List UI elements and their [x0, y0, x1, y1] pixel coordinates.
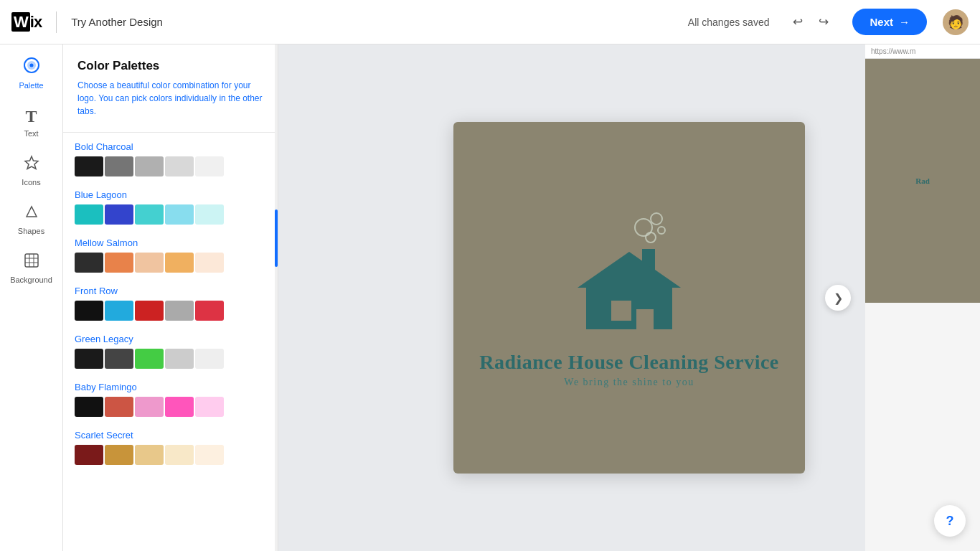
color-swatch[interactable] [195, 204, 224, 225]
color-swatch[interactable] [135, 204, 164, 225]
background-label: Background [10, 276, 52, 284]
sidebar-item-background[interactable]: Background [6, 245, 57, 291]
color-swatch[interactable] [165, 204, 194, 225]
color-swatch[interactable] [165, 156, 194, 176]
svg-point-9 [635, 219, 652, 236]
color-swatch[interactable] [75, 349, 103, 369]
color-swatch[interactable] [195, 445, 224, 465]
color-swatch[interactable] [105, 253, 133, 273]
svg-rect-16 [611, 301, 631, 321]
palette-item[interactable]: Baby Flamingo [75, 382, 266, 417]
color-swatch[interactable] [105, 156, 133, 176]
wix-logo: Wix [11, 13, 42, 32]
logo-text-block: Radiance House Cleaning Service We bring… [479, 351, 779, 388]
palette-swatches [75, 253, 266, 273]
color-swatch[interactable] [135, 397, 164, 417]
color-swatch[interactable] [135, 349, 164, 369]
color-swatch[interactable] [75, 156, 103, 176]
help-icon: ? [946, 514, 954, 529]
redo-button[interactable]: ↪ [812, 11, 835, 34]
help-button[interactable]: ? [934, 505, 966, 537]
palette-item[interactable]: Front Row [75, 286, 266, 321]
color-swatch[interactable] [165, 253, 194, 273]
palette-item[interactable]: Scarlet Secret [75, 430, 266, 465]
color-swatch[interactable] [75, 445, 103, 465]
next-arrow-icon: → [899, 16, 910, 28]
palette-icon [23, 57, 40, 78]
palette-label: Palette [19, 81, 43, 90]
svg-marker-3 [25, 156, 38, 169]
palette-swatches [75, 301, 266, 321]
color-swatch[interactable] [165, 397, 194, 417]
right-url: https://www.m [871, 47, 915, 55]
color-swatch[interactable] [195, 156, 224, 176]
panel-scrollbar [275, 44, 278, 551]
color-swatch[interactable] [165, 445, 194, 465]
color-swatch[interactable] [195, 397, 224, 417]
color-swatch[interactable] [105, 349, 133, 369]
svg-point-11 [646, 232, 656, 242]
palette-swatches [75, 204, 266, 225]
palette-item[interactable]: Bold Charcoal [75, 141, 266, 176]
palette-item[interactable]: Blue Lagoon [75, 189, 266, 225]
color-swatch[interactable] [75, 397, 103, 417]
main-layout: Palette T Text Icons Shapes [0, 44, 980, 551]
sidebar-item-shapes[interactable]: Shapes [6, 197, 57, 242]
palette-item[interactable]: Green Legacy [75, 334, 266, 369]
saved-status-text: All changes saved [688, 17, 770, 28]
canvas-area: Radiance House Cleaning Service We bring… [278, 44, 980, 551]
next-design-button[interactable]: ❯ [825, 285, 851, 311]
logo-tagline: We bring the shine to you [479, 377, 779, 388]
icon-nav: Palette T Text Icons Shapes [0, 44, 63, 551]
palette-name: Bold Charcoal [75, 141, 266, 152]
svg-marker-15 [578, 252, 681, 288]
icons-label: Icons [22, 178, 40, 187]
panel-scroll-thumb [275, 209, 278, 267]
color-swatch[interactable] [75, 253, 103, 273]
sidebar-item-text[interactable]: T Text [6, 99, 57, 145]
logo-preview-card: Radiance House Cleaning Service We bring… [453, 122, 805, 474]
icons-icon [24, 155, 39, 175]
shapes-label: Shapes [18, 227, 44, 235]
color-swatch[interactable] [105, 397, 133, 417]
chevron-right-icon: ❯ [834, 291, 843, 305]
right-preview-panel: https://www.m Rad [865, 44, 980, 551]
color-swatch[interactable] [195, 301, 224, 321]
color-swatch[interactable] [135, 253, 164, 273]
color-swatch[interactable] [75, 301, 103, 321]
palette-swatches [75, 349, 266, 369]
svg-point-2 [29, 64, 33, 67]
color-swatch[interactable] [105, 204, 133, 225]
color-swatch[interactable] [135, 445, 164, 465]
svg-point-12 [658, 227, 665, 234]
undo-button[interactable]: ↩ [786, 11, 809, 34]
saved-status: All changes saved [688, 17, 770, 28]
logo-icon-area [565, 207, 694, 336]
palette-name: Blue Lagoon [75, 189, 266, 200]
svg-rect-4 [25, 254, 38, 267]
background-icon [24, 253, 39, 273]
logo-company-name: Radiance House Cleaning Service [479, 351, 779, 374]
right-browser-bar: https://www.m [865, 44, 980, 59]
shapes-icon [24, 204, 39, 224]
panel-header: Color Palettes Choose a beautiful color … [63, 44, 278, 123]
undo-redo-group: ↩ ↪ [786, 11, 835, 34]
color-swatch[interactable] [165, 301, 194, 321]
color-swatch[interactable] [105, 445, 133, 465]
color-swatch[interactable] [195, 349, 224, 369]
color-swatch[interactable] [135, 301, 164, 321]
color-swatch[interactable] [75, 204, 103, 225]
svg-rect-17 [636, 309, 654, 329]
color-swatch[interactable] [195, 253, 224, 273]
text-label: Text [24, 129, 38, 138]
next-button[interactable]: Next → [852, 9, 927, 35]
color-swatch[interactable] [165, 349, 194, 369]
user-avatar[interactable]: 🧑 [943, 9, 969, 35]
sidebar-item-icons[interactable]: Icons [6, 148, 57, 194]
color-swatch[interactable] [135, 156, 164, 176]
color-swatch[interactable] [105, 301, 133, 321]
sidebar-item-palette[interactable]: Palette [6, 50, 57, 96]
right-logo-preview: Rad [865, 59, 980, 303]
palette-list: Bold CharcoalBlue LagoonMellow SalmonFro… [63, 141, 278, 476]
palette-item[interactable]: Mellow Salmon [75, 237, 266, 273]
